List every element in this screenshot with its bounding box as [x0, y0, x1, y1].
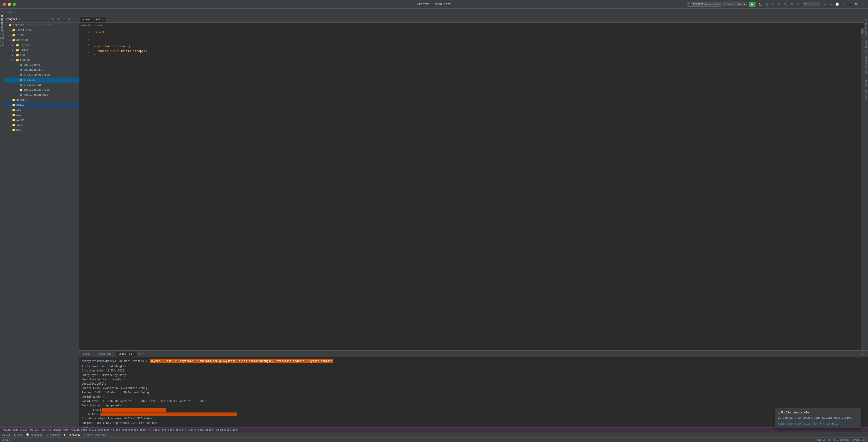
tool-terminal[interactable]: ▶_ Terminal: [64, 433, 80, 437]
sidebar-notifications[interactable]: Notifications: [865, 17, 867, 38]
tree-item-idea[interactable]: ▶ 📁 .idea: [4, 33, 79, 38]
device-label: RMX3265 (mobile): [693, 3, 717, 6]
tree-label-assets: assets: [16, 98, 26, 102]
clock-icon[interactable]: 🕐: [834, 2, 840, 7]
tree-label-idea: .idea: [16, 34, 25, 37]
tree-item-gradle-sub[interactable]: ▶ 📁 gradle: [4, 58, 79, 63]
terminal-tab-local2[interactable]: Local (2) ×: [95, 351, 116, 356]
bc-sep: >: [95, 24, 96, 27]
panel-close-icon[interactable]: ×: [72, 17, 77, 22]
maximize-button[interactable]: [13, 3, 16, 6]
tree-item-lib[interactable]: ▶ 📁 lib: [4, 113, 79, 118]
stop-icon[interactable]: ■: [770, 2, 775, 7]
status-git-branch[interactable]: ⎇ Git: [2, 438, 10, 441]
tree-item-gradle-properties[interactable]: ▶ 🅖 gradle.properties: [4, 72, 79, 77]
tool-problems[interactable]: ⚠ Problems: [46, 433, 61, 437]
terminal-tab-local[interactable]: Local ×: [81, 351, 95, 356]
device-selector[interactable]: 📱 RMX3265 (mobile) ▾: [687, 2, 721, 7]
nav-project[interactable]: Project ▾: [2, 11, 15, 13]
tree-item-web[interactable]: ▶ 📁 web: [4, 127, 79, 132]
tree-item-ios[interactable]: ▶ 📁 ios: [4, 107, 79, 113]
status-encoding[interactable]: UTF-8: [828, 439, 835, 441]
status-spaces[interactable]: 2 spaces: [837, 439, 849, 441]
tree-item-build-gradle[interactable]: ▶ 🅖 build.gradle: [4, 68, 79, 72]
sidebar-device-manager[interactable]: Device Manager: [865, 54, 867, 77]
close-button[interactable]: [3, 3, 6, 6]
debug-icon[interactable]: 🐛: [757, 2, 763, 7]
tree-item-test[interactable]: ▶ 📁 test: [4, 123, 79, 127]
device-manage-icon[interactable]: 📱: [847, 2, 852, 7]
redo-icon[interactable]: ↪: [828, 2, 834, 7]
attach-icon[interactable]: 📎: [764, 2, 769, 7]
terminal-tab-local3[interactable]: Local (3) ×: [116, 351, 136, 356]
tool-git-label: Git: [6, 434, 10, 436]
code-editor[interactable]: import ... ▶void main() async { runApp(a…: [90, 28, 861, 350]
sidebar-flutter-devtools[interactable]: Flutter DevTools: [865, 77, 867, 102]
tree-item-gradlew[interactable]: ▶ 🅖 gradlew: [4, 77, 79, 83]
file-icon: 📄: [19, 88, 23, 92]
tree-item-assets[interactable]: ▶ 📁 assets: [4, 97, 79, 102]
panel-expand-icon[interactable]: ≡: [56, 17, 61, 22]
tree-item-android[interactable]: ▾ 📁 android: [4, 38, 79, 43]
tree-item-gitignore[interactable]: ▶ 🅖 .gitignore: [4, 63, 79, 68]
terminal-tab-local2-close[interactable]: ×: [112, 353, 114, 355]
terminal-content[interactable]: hencypithadiya@Hencys-Mac-mini erestro %…: [79, 357, 868, 432]
sidebar-icon-commit[interactable]: Commit: [0, 25, 4, 29]
tree-item-gradlew-bat[interactable]: ▶ 🅖 gradlew.bat: [4, 83, 79, 88]
panel-sync-icon[interactable]: ⊙: [51, 17, 55, 22]
editor-area: ◆ main.dart × main.dart > main 1 2: [79, 16, 864, 350]
tree-item-idea2[interactable]: ▶ 📁 .idea: [4, 48, 79, 53]
tree-item-build[interactable]: ▶ 📁 build: [4, 102, 79, 107]
terminal-tab-local-close[interactable]: ×: [91, 353, 93, 355]
tree-label-idea2: .idea: [20, 49, 28, 52]
tree-item-dart-tool[interactable]: ▶ 📁 .dart_tool: [4, 28, 79, 33]
run-button[interactable]: ▶: [749, 2, 755, 7]
reload-icon[interactable]: ⟳: [776, 2, 782, 7]
minimize-button[interactable]: [8, 3, 11, 6]
undo-icon[interactable]: ↩: [822, 2, 827, 7]
tool-dart-analysis[interactable]: ◆ Dart Analysis: [84, 433, 106, 437]
sidebar-icon-project[interactable]: Project: [0, 18, 4, 21]
share-icon[interactable]: ⇧: [841, 2, 846, 7]
sync-icon[interactable]: ⟲: [789, 2, 795, 7]
tree-item-app[interactable]: ▶ 📁 app: [4, 53, 79, 58]
terminal-tabs-chevron[interactable]: ▾: [143, 352, 144, 356]
run-config-selector[interactable]: 🏃 main.dart ▾: [723, 2, 747, 6]
dart-icon: ◆: [84, 433, 86, 437]
search-icon[interactable]: 🔍: [854, 2, 859, 7]
sidebar-icon-flutter-outline[interactable]: Flutter Outline: [0, 39, 4, 43]
tab-close-button[interactable]: ×: [102, 18, 103, 21]
settings-icon[interactable]: ⚙: [796, 2, 801, 7]
tree-item-linux[interactable]: ▶ 📁 linux: [4, 118, 79, 123]
tree-root-erestro[interactable]: ▾ 📁 erestro ~/Documents/erestro: [4, 23, 79, 28]
dont-show-again-link[interactable]: Don't show again: [813, 422, 839, 425]
status-lf[interactable]: LF: [823, 439, 826, 441]
panel-collapse-icon[interactable]: —: [61, 17, 66, 22]
editor-scrollbar[interactable]: [861, 28, 864, 350]
tree-label-gradlew: gradlew: [24, 78, 35, 82]
terminal-tab-local3-label: Local (3): [118, 353, 132, 355]
tree-item-settings-gradle[interactable]: ▶ 🅖 settings.gradle: [4, 93, 79, 97]
sidebar-icon-pull-requests[interactable]: Pull Requests: [0, 32, 4, 36]
tool-todo[interactable]: E TODO: [14, 433, 23, 437]
tool-git[interactable]: ⎇ Git: [2, 433, 10, 437]
new-terminal-button[interactable]: +: [137, 351, 142, 356]
help-icon[interactable]: ?: [860, 2, 865, 7]
terminal-maximize-icon[interactable]: −: [864, 352, 866, 356]
tree-item-gradle[interactable]: ▶ 📁 .gradle: [4, 43, 79, 48]
tree-path: ~/Documents/erestro: [25, 24, 53, 27]
apply-code-style-link[interactable]: Apply the code style: [778, 422, 811, 425]
status-line-col[interactable]: 6:2: [816, 439, 821, 441]
terminal-settings-icon[interactable]: ⚙: [861, 352, 863, 356]
panel-settings-icon[interactable]: ⚙: [67, 17, 71, 22]
terminal-output-sha1: SHA1:: [82, 408, 865, 412]
sidebar-adb-wifi[interactable]: ADB Wi-Fi: [865, 38, 867, 54]
terminal-output-pubkey: Subject Public Key Algorithm: 2048-bit R…: [82, 421, 865, 425]
status-event-log[interactable]: ⚡ Event Log: [850, 438, 866, 441]
build-icon[interactable]: 🔨: [783, 2, 788, 7]
project-panel-header: Project ▾ ⊙ ≡ — ⚙ ×: [4, 16, 79, 23]
tool-messages[interactable]: 💬 Messages: [26, 433, 42, 437]
tab-main-dart[interactable]: ◆ main.dart ×: [80, 17, 106, 23]
tree-item-local-properties[interactable]: ▶ 📄 local.properties: [4, 88, 79, 93]
terminal-tab-local3-close[interactable]: ×: [133, 353, 134, 355]
